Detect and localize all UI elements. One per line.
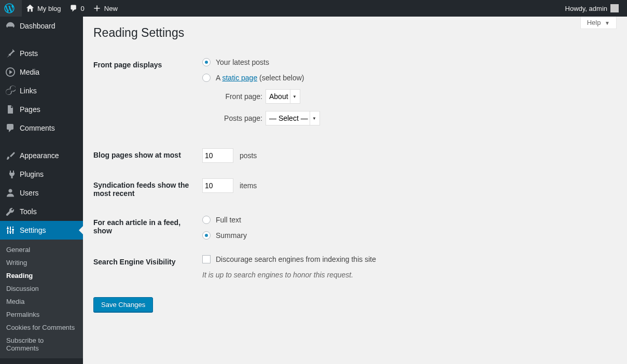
- submenu-item-general[interactable]: General: [0, 243, 83, 256]
- settings-form: Front page displays Your latest posts A …: [93, 50, 617, 287]
- submenu-item-permalinks[interactable]: Permalinks: [0, 308, 83, 321]
- sidebar-item-settings[interactable]: Settings: [0, 221, 83, 240]
- sidebar-item-label: Links: [20, 87, 37, 95]
- site-name-link[interactable]: My blog: [22, 0, 65, 17]
- site-name: My blog: [37, 5, 61, 12]
- blog-pages-suffix: posts: [240, 151, 257, 160]
- sidebar-item-label: Comments: [20, 124, 55, 132]
- search-engine-note: It is up to search engines to honor this…: [202, 271, 611, 279]
- user-icon: [5, 188, 16, 198]
- checkbox-discourage-search-engines[interactable]: [202, 255, 211, 263]
- row-label-blog-pages: Blog pages show at most: [93, 141, 197, 171]
- sidebar-item-label: Users: [20, 189, 39, 197]
- syndication-feeds-suffix: items: [240, 181, 257, 190]
- wrench-icon: [5, 206, 16, 217]
- admin-sidebar: Dashboard Posts Media Links Pages Commen…: [0, 17, 83, 323]
- row-label-article-feed: For each article in a feed, show: [93, 208, 197, 247]
- sidebar-item-links[interactable]: Links: [0, 81, 83, 100]
- page-icon: [5, 104, 16, 115]
- posts-page-select-label: Posts page:: [216, 114, 262, 122]
- comment-icon: [69, 4, 78, 12]
- sidebar-item-media[interactable]: Media: [0, 63, 83, 81]
- checkbox-discourage-label[interactable]: Discourage search engines from indexing …: [216, 255, 376, 263]
- sidebar-item-label: Settings: [20, 226, 46, 234]
- sidebar-item-label: Posts: [20, 49, 38, 58]
- help-label: Help: [587, 19, 601, 26]
- wordpress-icon: [4, 3, 15, 13]
- posts-page-select[interactable]: — Select —: [266, 111, 320, 125]
- menu-separator: [0, 38, 83, 41]
- comments-count: 0: [81, 5, 85, 12]
- front-page-select[interactable]: About: [266, 89, 300, 104]
- menu-separator: [0, 141, 83, 143]
- caret-down-icon: ▼: [605, 20, 610, 26]
- comments-link[interactable]: 0: [65, 0, 89, 17]
- my-account-link[interactable]: Howdy, admin: [561, 0, 623, 17]
- new-content-link[interactable]: New: [89, 0, 122, 17]
- sidebar-item-posts[interactable]: Posts: [0, 44, 83, 63]
- sidebar-item-comments[interactable]: Comments: [0, 119, 83, 137]
- howdy-text: Howdy, admin: [565, 5, 607, 12]
- plug-icon: [5, 169, 16, 179]
- sliders-icon: [5, 225, 16, 235]
- sidebar-item-users[interactable]: Users: [0, 184, 83, 202]
- sidebar-item-label: Plugins: [20, 170, 44, 178]
- plus-icon: [93, 4, 101, 12]
- radio-latest-posts-label[interactable]: Your latest posts: [216, 58, 269, 66]
- wp-logo[interactable]: [0, 0, 22, 17]
- radio-full-text-label[interactable]: Full text: [216, 216, 241, 224]
- submenu-item-cookies-for-comments[interactable]: Cookies for Comments: [0, 321, 83, 323]
- content-area: Reading Settings Front page displays You…: [83, 0, 627, 323]
- pin-icon: [5, 48, 16, 59]
- submenu-item-writing[interactable]: Writing: [0, 256, 83, 269]
- sidebar-item-appearance[interactable]: Appearance: [0, 146, 83, 165]
- brush-icon: [5, 150, 16, 161]
- radio-summary-label[interactable]: Summary: [216, 231, 247, 240]
- static-page-link[interactable]: static page: [222, 74, 257, 82]
- home-icon: [26, 4, 34, 12]
- sidebar-item-dashboard[interactable]: Dashboard: [0, 17, 83, 35]
- submenu-item-discussion[interactable]: Discussion: [0, 282, 83, 295]
- radio-full-text[interactable]: [202, 216, 211, 224]
- blog-pages-input[interactable]: [202, 148, 233, 163]
- settings-submenu: General Writing Reading Discussion Media…: [0, 240, 83, 323]
- media-icon: [5, 67, 16, 77]
- radio-static-page-label[interactable]: A static page (select below): [216, 74, 304, 82]
- radio-summary[interactable]: [202, 231, 211, 240]
- syndication-feeds-input[interactable]: [202, 178, 233, 193]
- row-label-search-engine-visibility: Search Engine Visibility: [93, 247, 197, 287]
- front-page-select-label: Front page:: [216, 92, 262, 101]
- sidebar-item-pages[interactable]: Pages: [0, 100, 83, 119]
- sidebar-item-label: Media: [20, 68, 39, 76]
- sidebar-item-label: Dashboard: [20, 22, 55, 30]
- sidebar-item-label: Appearance: [20, 151, 59, 160]
- submenu-item-reading[interactable]: Reading: [0, 269, 83, 282]
- comment-icon: [5, 123, 16, 133]
- submenu-item-media[interactable]: Media: [0, 295, 83, 308]
- avatar: [610, 4, 619, 12]
- sidebar-item-label: Pages: [20, 105, 40, 114]
- dashboard-icon: [5, 21, 16, 31]
- admin-toolbar: My blog 0 New Howdy, admin: [0, 0, 627, 17]
- sidebar-item-tools[interactable]: Tools: [0, 202, 83, 221]
- sidebar-item-label: Tools: [20, 207, 37, 216]
- radio-static-page[interactable]: [202, 74, 211, 82]
- radio-latest-posts[interactable]: [202, 58, 211, 66]
- new-label: New: [104, 5, 118, 12]
- sidebar-item-plugins[interactable]: Plugins: [0, 165, 83, 184]
- row-label-front-page-displays: Front page displays: [93, 50, 197, 141]
- help-tab[interactable]: Help ▼: [580, 17, 617, 29]
- row-label-syndication-feeds: Syndication feeds show the most recent: [93, 171, 197, 208]
- link-icon: [5, 86, 16, 96]
- page-title: Reading Settings: [93, 26, 617, 40]
- save-changes-button[interactable]: Save Changes: [93, 297, 153, 312]
